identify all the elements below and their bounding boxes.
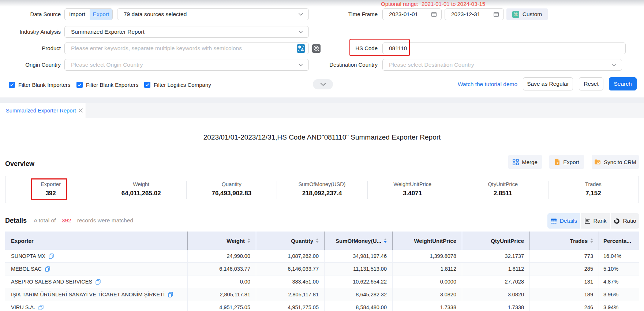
stat-value: 3.4071 (367, 190, 458, 197)
sync-to-crm-button[interactable]: Sync to CRM (592, 155, 639, 169)
copy-icon[interactable] (49, 253, 54, 259)
checkbox-checked-icon (144, 82, 150, 88)
sort-icon[interactable] (316, 238, 319, 243)
close-icon[interactable] (76, 108, 83, 113)
column-header-percentage[interactable]: Percenta... (599, 232, 639, 250)
cell-weight: 6,146,033.77 (188, 263, 256, 275)
view-details-label: Details (560, 218, 577, 224)
data-source-toggle: Import Export (64, 8, 113, 20)
stat-qty-unit-price: QtyUnitPrice 2.8511 (458, 176, 548, 203)
column-label: Trades (570, 238, 588, 244)
copy-icon[interactable] (168, 292, 173, 297)
view-details-button[interactable]: Details (547, 213, 580, 229)
data-sources-select[interactable]: 79 data sources selected (117, 8, 309, 20)
table-row[interactable]: ASEPRO SALES AND SERVICES 0.00 383,451.0… (5, 275, 639, 288)
donut-chart-icon (614, 218, 620, 224)
filter-blank-importers-checkbox[interactable]: Filter Blank Importers (9, 82, 71, 88)
table-row[interactable]: SUNOPTA MX 24,990.00 1,087,262.00 34,981… (5, 250, 639, 263)
reset-button[interactable]: Reset (579, 77, 603, 90)
origin-country-select[interactable]: Please select Origin Country (64, 59, 309, 71)
exporter-name[interactable]: MEBOL SAC (11, 266, 42, 272)
start-date-value: 2023-01-01 (383, 11, 418, 18)
hs-code-input[interactable]: 081110 (382, 42, 626, 54)
column-label: Quantity (291, 238, 313, 244)
sort-icon[interactable] (590, 238, 593, 243)
column-header-weight-unit-price[interactable]: WeightUnitPrice (393, 232, 462, 250)
stat-value: 2.8511 (458, 190, 548, 197)
save-as-regular-button[interactable]: Save as Regular (523, 77, 573, 90)
view-rank-button[interactable]: Rank (581, 213, 610, 229)
stat-label: SumOfMoney(USD) (277, 181, 367, 187)
merge-button[interactable]: Merge (508, 155, 542, 169)
collapse-filters-button[interactable] (313, 79, 333, 89)
search-button[interactable]: Search (609, 77, 637, 90)
column-header-exporter[interactable]: Exporter (5, 232, 188, 250)
product-placeholder: Please enter keywords, separate multiple… (65, 45, 242, 52)
filter-logistics-company-checkbox[interactable]: Filter Logitics Company (144, 82, 211, 88)
hs-code-value: 081110 (383, 45, 407, 52)
cell-sum-of-money: 8,645,282.32 (325, 288, 393, 301)
cell-weight-unit-price: 3.0820 (393, 288, 462, 301)
column-label: QtyUnitPrice (491, 238, 524, 244)
end-date-input[interactable]: 2023-12-31 (445, 8, 504, 20)
column-header-trades[interactable]: Trades (530, 232, 599, 250)
copy-icon[interactable] (38, 305, 44, 310)
column-header-qty-unit-price[interactable]: QtyUnitPrice (462, 232, 530, 250)
cell-qty-unit-price: 1.7338 (462, 301, 530, 311)
cell-percentage: 16.04% (599, 250, 639, 263)
table-row[interactable]: MEBOL SAC 6,146,033.77 6,146,033.77 11,1… (5, 263, 639, 275)
cell-percentage: 3.96% (599, 288, 639, 301)
cell-weight: 4,951,275.05 (188, 301, 256, 311)
exporter-name[interactable]: SUNOPTA MX (11, 253, 45, 259)
exporter-name[interactable]: IŞIK TARIM ÜRÜNLERİ SANAYİ VE TİCARET AN… (11, 292, 165, 297)
custom-label: Custom (523, 11, 542, 18)
column-header-sum-of-money[interactable]: SumOfMoney(U... (325, 232, 393, 250)
import-toggle-button[interactable]: Import (65, 9, 90, 20)
exporter-name[interactable]: VIRU S.A. (11, 304, 35, 310)
exporter-name[interactable]: ASEPRO SALES AND SERVICES (11, 279, 92, 285)
table-header-row: Exporter Weight Quantity SumOfMoney(U...… (5, 232, 639, 250)
tab-bar: Summarized Exporter Report (0, 103, 644, 118)
stat-quantity: Quantity 76,493,902.83 (186, 176, 277, 203)
custom-range-button[interactable]: ⌘ Custom (506, 8, 548, 20)
cell-sum-of-money: 10,622,654.22 (325, 275, 393, 288)
view-ratio-button[interactable]: Ratio (611, 213, 639, 229)
column-label: Percenta... (603, 238, 631, 244)
destination-country-select[interactable]: Please select Destination Country (382, 59, 622, 71)
column-header-weight[interactable]: Weight (188, 232, 256, 250)
table-row[interactable]: IŞIK TARIM ÜRÜNLERİ SANAYİ VE TİCARET AN… (5, 288, 639, 301)
column-label: Weight (226, 238, 245, 244)
calendar-icon (431, 11, 437, 18)
cell-trades: 189 (530, 288, 599, 301)
industry-analysis-select[interactable]: Summarized Exporter Report (64, 26, 309, 38)
product-input[interactable]: Please enter keywords, separate multiple… (64, 42, 309, 54)
top-shadow (0, 0, 644, 7)
copy-icon[interactable] (96, 279, 101, 285)
stat-label: Quantity (186, 181, 277, 187)
export-button[interactable]: Export (549, 155, 584, 169)
optional-range-note: Optional range: 2021-01-01 to 2024-03-15 (381, 1, 485, 7)
cell-quantity: 2,805,117.81 (256, 288, 325, 301)
start-date-input[interactable]: 2023-01-01 (382, 8, 442, 20)
cell-qty-unit-price: 27.7028 (462, 275, 530, 288)
translate-icon[interactable]: A (297, 44, 305, 53)
merge-label: Merge (522, 159, 538, 165)
view-ratio-label: Ratio (623, 218, 636, 224)
sync-to-crm-label: Sync to CRM (604, 159, 636, 165)
sort-icon[interactable] (247, 238, 250, 243)
tab-summarized-exporter-report[interactable]: Summarized Exporter Report (0, 103, 86, 118)
export-toggle-button[interactable]: Export (90, 9, 112, 20)
table-row[interactable]: VIRU S.A. 4,951,275.05 4,951,275.05 8,58… (5, 301, 639, 311)
custom-icon: ⌘ (512, 11, 519, 18)
cell-trades: 285 (530, 263, 599, 275)
filter-blank-exporters-checkbox[interactable]: Filter Blank Exporters (76, 82, 138, 88)
stat-value: 64,011,265.02 (96, 190, 186, 197)
column-header-quantity[interactable]: Quantity (256, 232, 325, 250)
sort-icon-active-desc[interactable] (384, 238, 387, 243)
svg-text:⌘: ⌘ (513, 11, 518, 17)
tutorial-demo-link[interactable]: Watch the tutorial demo (458, 81, 517, 88)
cell-quantity: 1,087,262.00 (256, 250, 325, 263)
copy-icon[interactable] (45, 266, 50, 272)
svg-text:A: A (301, 48, 304, 52)
product-label: Product (0, 42, 61, 54)
